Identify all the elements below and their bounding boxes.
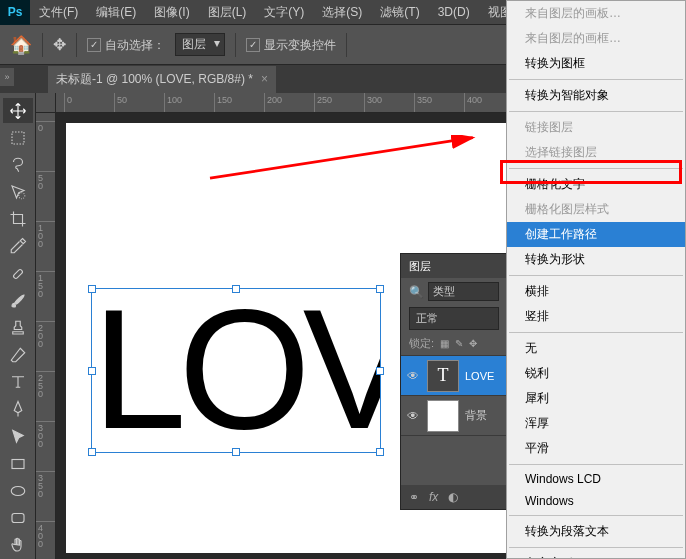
menu-separator <box>509 464 683 465</box>
handle-t[interactable] <box>232 285 240 293</box>
eyedropper-tool[interactable] <box>3 234 33 259</box>
context-menu: 来自图层的画板…来自图层的画框…转换为图框转换为智能对象链接图层选择链接图层栅格… <box>506 0 686 559</box>
menubar-item[interactable]: 3D(D) <box>429 0 479 25</box>
document-tab[interactable]: 未标题-1 @ 100% (LOVE, RGB/8#) * × <box>48 66 276 93</box>
handle-r[interactable] <box>376 367 384 375</box>
layer-thumbnail[interactable] <box>427 400 459 432</box>
lock-position-icon[interactable]: ✥ <box>469 338 477 349</box>
layer-item[interactable]: 👁背景 <box>401 396 507 436</box>
context-menu-item[interactable]: 横排 <box>507 279 685 304</box>
rectangle-tool[interactable] <box>3 451 33 476</box>
layers-panel: 图层 🔍 类型 正常 锁定: ▦ ✎ ✥ 👁TLOVE👁背景 ⚭ fx ◐ <box>400 253 508 510</box>
context-menu-item: 选择链接图层 <box>507 140 685 165</box>
pen-tool[interactable] <box>3 397 33 422</box>
close-icon[interactable]: × <box>261 72 268 86</box>
divider <box>42 33 43 57</box>
blend-mode-select[interactable]: 正常 <box>409 307 499 330</box>
hand-tool[interactable] <box>3 533 33 558</box>
context-menu-item[interactable]: 犀利 <box>507 386 685 411</box>
context-menu-item: 来自图层的画板… <box>507 1 685 26</box>
toolbar <box>0 93 36 559</box>
crop-tool[interactable] <box>3 207 33 232</box>
context-menu-item[interactable]: 文字变形… <box>507 551 685 559</box>
menubar-item[interactable]: 图层(L) <box>199 0 256 25</box>
marquee-tool[interactable] <box>3 125 33 150</box>
layer-filter-select[interactable]: 类型 <box>428 282 499 301</box>
menu-separator <box>509 332 683 333</box>
show-transform-checkbox[interactable]: 显示变换控件 <box>246 35 336 54</box>
text-transform-box[interactable]: LOVE <box>91 288 381 453</box>
visibility-icon[interactable]: 👁 <box>407 409 421 423</box>
handle-l[interactable] <box>88 367 96 375</box>
home-icon[interactable]: 🏠 <box>10 34 32 56</box>
svg-point-1 <box>19 193 25 199</box>
divider <box>235 33 236 57</box>
context-menu-item[interactable]: Windows <box>507 490 685 512</box>
path-select-tool[interactable] <box>3 424 33 449</box>
divider <box>76 33 77 57</box>
layer-item[interactable]: 👁TLOVE <box>401 356 507 396</box>
ruler-vertical[interactable]: 05 01 0 01 5 02 0 02 5 03 0 03 5 04 0 0 <box>36 113 56 559</box>
menubar-item[interactable]: 文字(Y) <box>255 0 313 25</box>
context-menu-item: 栅格化图层样式 <box>507 197 685 222</box>
svg-rect-0 <box>12 132 24 144</box>
layer-fx-icon[interactable]: fx <box>429 490 438 504</box>
move-tool[interactable] <box>3 98 33 123</box>
handle-bl[interactable] <box>88 448 96 456</box>
context-menu-item[interactable]: 栅格化文字 <box>507 172 685 197</box>
handle-tr[interactable] <box>376 285 384 293</box>
handle-br[interactable] <box>376 448 384 456</box>
context-menu-item[interactable]: 转换为图框 <box>507 51 685 76</box>
eraser-tool[interactable] <box>3 343 33 368</box>
menubar-item[interactable]: 图像(I) <box>145 0 198 25</box>
brush-tool[interactable] <box>3 288 33 313</box>
menubar-item[interactable]: 文件(F) <box>30 0 87 25</box>
layers-footer: ⚭ fx ◐ <box>401 485 507 509</box>
context-menu-item[interactable]: 无 <box>507 336 685 361</box>
ruler-corner <box>36 93 56 113</box>
context-menu-item[interactable]: 锐利 <box>507 361 685 386</box>
handle-tl[interactable] <box>88 285 96 293</box>
lasso-tool[interactable] <box>3 152 33 177</box>
layers-tab[interactable]: 图层 <box>409 259 431 274</box>
move-tool-icon[interactable]: ✥ <box>53 35 66 54</box>
menu-separator <box>509 547 683 548</box>
stamp-tool[interactable] <box>3 315 33 340</box>
app-logo[interactable]: Ps <box>0 0 30 25</box>
healing-tool[interactable] <box>3 261 33 286</box>
context-menu-item[interactable]: 创建工作路径 <box>507 222 685 247</box>
menubar-item[interactable]: 编辑(E) <box>87 0 145 25</box>
layer-list: 👁TLOVE👁背景 <box>401 355 507 436</box>
link-layers-icon[interactable]: ⚭ <box>409 490 419 504</box>
search-icon[interactable]: 🔍 <box>409 285 424 299</box>
menu-separator <box>509 168 683 169</box>
menubar-item[interactable]: 滤镜(T) <box>371 0 428 25</box>
ellipse-tool[interactable] <box>3 478 33 503</box>
lock-label: 锁定: <box>409 336 434 351</box>
quick-select-tool[interactable] <box>3 180 33 205</box>
context-menu-item[interactable]: 转换为智能对象 <box>507 83 685 108</box>
handle-b[interactable] <box>232 448 240 456</box>
auto-select-target[interactable]: 图层 <box>175 33 225 56</box>
document-title: 未标题-1 @ 100% (LOVE, RGB/8#) * <box>56 71 253 88</box>
context-menu-item[interactable]: Windows LCD <box>507 468 685 490</box>
menubar-item[interactable]: 选择(S) <box>313 0 371 25</box>
rounded-rect-tool[interactable] <box>3 506 33 531</box>
type-tool[interactable] <box>3 370 33 395</box>
lock-pixels-icon[interactable]: ✎ <box>455 338 463 349</box>
lock-transparency-icon[interactable]: ▦ <box>440 338 449 349</box>
text-layer-content: LOVE <box>92 289 380 449</box>
layer-mask-icon[interactable]: ◐ <box>448 490 458 504</box>
visibility-icon[interactable]: 👁 <box>407 369 421 383</box>
layer-thumbnail[interactable]: T <box>427 360 459 392</box>
expand-panels-icon[interactable]: » <box>0 68 14 86</box>
context-menu-item[interactable]: 竖排 <box>507 304 685 329</box>
context-menu-item[interactable]: 平滑 <box>507 436 685 461</box>
svg-rect-5 <box>12 514 24 523</box>
layers-panel-header[interactable]: 图层 <box>401 254 507 278</box>
auto-select-checkbox[interactable]: 自动选择： <box>87 35 165 54</box>
svg-rect-3 <box>12 459 24 468</box>
context-menu-item[interactable]: 转换为段落文本 <box>507 519 685 544</box>
context-menu-item[interactable]: 转换为形状 <box>507 247 685 272</box>
context-menu-item[interactable]: 浑厚 <box>507 411 685 436</box>
